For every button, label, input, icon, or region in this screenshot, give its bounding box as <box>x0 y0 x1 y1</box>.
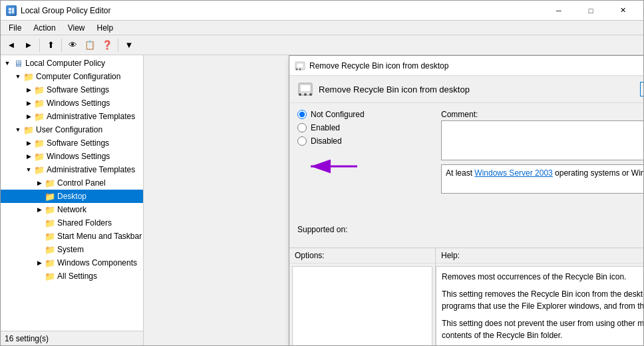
tree-node-shared-folders[interactable]: 📁 Shared Folders <box>1 216 143 230</box>
menu-view[interactable]: View <box>63 22 90 34</box>
folder-icon-computer-config: 📁 <box>23 71 34 82</box>
supported-section: At least Windows Server 2003 operating s… <box>441 164 643 194</box>
toggle-user-windows[interactable]: ▶ <box>23 151 34 162</box>
radio-group: Not Configured Enabled Disabled <box>297 110 428 146</box>
help-text: Removes most occurrences of the Recycle … <box>436 266 643 345</box>
tree-node-user-software[interactable]: ▶ 📁 Software Settings <box>1 136 143 150</box>
svg-rect-1 <box>9 8 11 11</box>
toggle-start-menu[interactable] <box>34 231 45 242</box>
radio-not-configured-input[interactable] <box>297 110 307 119</box>
tree-label-desktop: Desktop <box>57 192 86 201</box>
toggle-shared[interactable] <box>34 218 45 228</box>
tree-label-user-software: Software Settings <box>47 138 109 148</box>
tree-node-user-windows[interactable]: ▶ 📁 Windows Settings <box>1 150 143 163</box>
toolbar-separator-2 <box>61 39 62 52</box>
toggle-network[interactable]: ▶ <box>34 204 45 215</box>
tree-node-computer-config[interactable]: ▼ 📁 Computer Configuration <box>1 70 143 83</box>
tree-label-admin: Administrative Templates <box>47 112 135 121</box>
info-panel: Comment: ▲ ▼ <box>436 103 643 248</box>
folder-icon-system: 📁 <box>45 244 55 255</box>
tree-label-all-settings: All Settings <box>57 271 97 281</box>
radio-enabled: Enabled <box>297 123 428 132</box>
dialog-title-text: Remove Recycle Bin icon from desktop <box>309 61 643 71</box>
radio-enabled-input[interactable] <box>297 123 307 132</box>
toggle-system[interactable] <box>34 244 45 255</box>
radio-enabled-label[interactable]: Enabled <box>311 123 340 132</box>
menu-action[interactable]: Action <box>28 22 61 34</box>
toggle-desktop[interactable] <box>34 191 45 202</box>
show-hide-btn[interactable]: 👁 <box>65 37 80 53</box>
dialog-nav-buttons: Previous Setting Next Setting <box>640 82 643 96</box>
folder-icon-software: 📁 <box>34 85 45 95</box>
svg-rect-9 <box>300 85 311 92</box>
toggle-software-settings[interactable]: ▶ <box>23 85 34 95</box>
tree-node-admin-templates[interactable]: ▶ 📁 Administrative Templates <box>1 110 143 123</box>
tree-node-local-computer[interactable]: ▼ 🖥 Local Computer Policy <box>1 57 143 70</box>
app-icon <box>6 5 17 16</box>
tree-node-control-panel[interactable]: ▶ 📁 Control Panel <box>1 176 143 190</box>
arrow-container <box>297 150 428 185</box>
svg-point-10 <box>299 93 301 96</box>
svg-rect-2 <box>12 8 14 13</box>
previous-setting-button[interactable]: Previous Setting <box>640 82 643 96</box>
toggle-windows-settings[interactable]: ▶ <box>23 98 34 108</box>
right-panel: Remove Recycle Bin icon from desktop ─ □… <box>144 55 643 345</box>
back-button[interactable]: ◄ <box>3 37 19 53</box>
menu-help[interactable]: Help <box>92 22 119 34</box>
minimize-button[interactable]: ─ <box>544 4 574 17</box>
dialog-header-row: Remove Recycle Bin icon from desktop Pre… <box>289 76 643 103</box>
comment-textarea[interactable] <box>442 121 643 160</box>
toggle-all-settings[interactable] <box>34 271 45 281</box>
svg-point-7 <box>299 68 301 70</box>
tree-node-software-settings[interactable]: ▶ 📁 Software Settings <box>1 83 143 96</box>
folder-icon-user-software: 📁 <box>34 138 45 148</box>
folder-icon-shared: 📁 <box>45 218 55 228</box>
supported-link[interactable]: Windows Server 2003 <box>474 168 552 178</box>
maximize-button[interactable]: □ <box>575 4 606 17</box>
tree-node-start-menu[interactable]: 📁 Start Menu and Taskbar <box>1 230 143 243</box>
dialog-title-bar: Remove Recycle Bin icon from desktop ─ □… <box>289 56 643 76</box>
tree-node-user-config[interactable]: ▼ 📁 User Configuration <box>1 123 143 136</box>
help-btn[interactable]: ❓ <box>99 37 115 53</box>
forward-button[interactable]: ► <box>21 37 37 53</box>
tree-label-computer-config: Computer Configuration <box>36 72 120 81</box>
tree-node-system[interactable]: 📁 System <box>1 243 143 256</box>
help-paragraph-3: This setting does not prevent the user f… <box>442 317 643 341</box>
tree-node-desktop[interactable]: 📁 Desktop <box>1 190 143 203</box>
tree-label-software: Software Settings <box>47 85 109 94</box>
toggle-admin-templates[interactable]: ▶ <box>23 111 34 122</box>
config-panel: Not Configured Enabled Disabled <box>289 103 436 248</box>
dialog-header-title: Remove Recycle Bin icon from desktop <box>319 85 635 94</box>
tree-label-win-components: Windows Components <box>57 258 137 267</box>
radio-disabled-input[interactable] <box>297 136 307 146</box>
toggle-user-config[interactable]: ▼ <box>13 124 23 135</box>
properties-btn[interactable]: 📋 <box>82 37 98 53</box>
tree-node-all-settings[interactable]: 📁 All Settings <box>1 269 143 283</box>
toggle-control-panel[interactable]: ▶ <box>34 178 45 188</box>
toggle-user-software[interactable]: ▶ <box>23 138 34 148</box>
tree-node-windows-settings[interactable]: ▶ 📁 Windows Settings <box>1 96 143 110</box>
tree-label-user-admin: Administrative Templates <box>47 165 135 174</box>
toolbar: ◄ ► ⬆ 👁 📋 ❓ ▼ <box>1 35 643 55</box>
toggle-user-admin[interactable]: ▼ <box>23 164 34 175</box>
tree-label-shared: Shared Folders <box>57 218 112 228</box>
menu-file[interactable]: File <box>3 22 27 34</box>
svg-rect-5 <box>297 63 303 68</box>
tree-node-network[interactable]: ▶ 📁 Network <box>1 203 143 216</box>
options-panel: Options: <box>289 248 436 345</box>
toggle-computer-config[interactable]: ▼ <box>13 71 23 82</box>
filter-btn[interactable]: ▼ <box>121 37 137 53</box>
tree-node-user-admin[interactable]: ▼ 📁 Administrative Templates <box>1 163 143 176</box>
toolbar-separator-3 <box>118 39 118 52</box>
radio-disabled-label[interactable]: Disabled <box>311 136 342 146</box>
toggle-local-computer[interactable]: ▼ <box>2 58 13 69</box>
outer-title-bar: Local Group Policy Editor ─ □ ✕ <box>1 1 643 21</box>
close-button[interactable]: ✕ <box>607 4 638 17</box>
radio-not-configured-label[interactable]: Not Configured <box>311 110 365 119</box>
tree-container: ▼ 🖥 Local Computer Policy ▼ 📁 Computer C… <box>1 55 143 331</box>
folder-icon-win-components: 📁 <box>45 258 55 268</box>
supported-label-container: Supported on: <box>297 225 428 234</box>
up-button[interactable]: ⬆ <box>43 37 59 53</box>
toggle-win-components[interactable]: ▶ <box>34 258 45 268</box>
tree-node-windows-components[interactable]: ▶ 📁 Windows Components <box>1 256 143 269</box>
